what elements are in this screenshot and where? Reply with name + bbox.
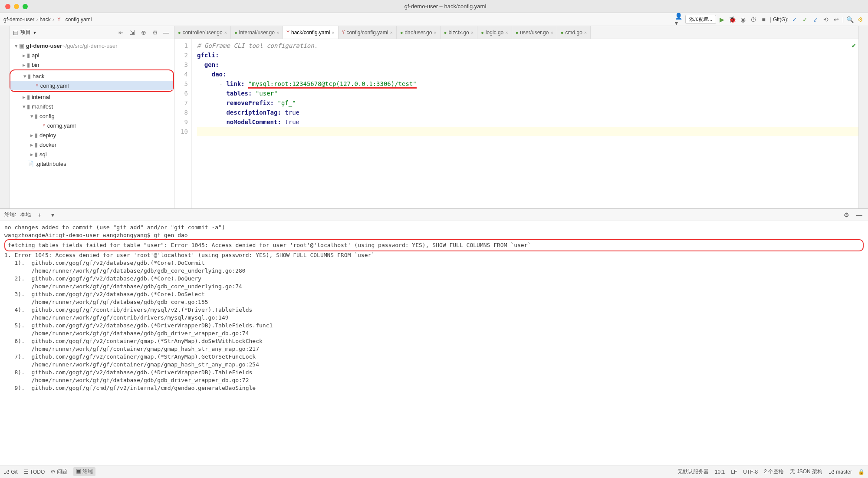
close-tab-icon[interactable]: × <box>390 30 393 35</box>
tab-logic-go[interactable]: ●logic.go× <box>477 26 512 39</box>
line-number: 8 <box>174 108 188 117</box>
sidebar-title[interactable]: 项目 <box>20 29 31 36</box>
close-tab-icon[interactable]: × <box>471 30 473 35</box>
line-number: 9 <box>174 117 188 127</box>
line-number: 4 <box>174 69 188 79</box>
profile-icon[interactable]: ⏱ <box>749 15 758 24</box>
ide-settings-icon[interactable]: ⚙ <box>856 15 865 24</box>
tree-item-api[interactable]: ▸▮api <box>10 50 174 60</box>
close-tab-icon[interactable]: × <box>332 30 334 35</box>
breadcrumb-item[interactable]: gf-demo-user <box>3 16 34 23</box>
git-label: Git(G): <box>773 16 789 23</box>
highlighted-tree-group: ▾▮hackYconfig.yaml <box>10 69 174 92</box>
terminal-line: /home/runner/work/gf/gf/database/gdb/gdb… <box>4 376 864 384</box>
breadcrumb-item[interactable]: hack <box>39 16 50 23</box>
terminal-line: /home/runner/work/gf/gf/contrib/drivers/… <box>4 314 864 322</box>
hide-icon[interactable]: — <box>855 211 864 219</box>
close-tab-icon[interactable]: × <box>434 30 436 35</box>
chevron-down-icon[interactable]: ▾ <box>33 30 36 36</box>
chevron-right-icon: › <box>53 16 54 23</box>
user-icon[interactable]: 👤▾ <box>675 15 684 24</box>
tree-item-docker[interactable]: ▸▮docker <box>10 140 174 149</box>
status-branch[interactable]: ⎇ master <box>829 469 852 475</box>
tree-item-config-yaml[interactable]: Yconfig.yaml <box>10 81 173 90</box>
hide-icon[interactable]: — <box>162 28 171 37</box>
terminal-line: /home/runner/work/gf/gf/database/gdb/gdb… <box>4 298 864 306</box>
status-position[interactable]: 10:1 <box>715 469 725 475</box>
debug-icon[interactable]: 🐞 <box>728 15 737 24</box>
close-tab-icon[interactable]: × <box>224 30 227 35</box>
terminal-line: 6). github.com/gogf/gf/v2/container/gmap… <box>4 337 864 345</box>
terminal-line: 1. Error 1045: Access denied for user 'r… <box>4 251 864 259</box>
maximize-icon[interactable] <box>23 4 28 9</box>
tab-user-user-go[interactable]: ●user/user.go× <box>512 26 557 39</box>
status-terminal[interactable]: ▣ 终端 <box>73 467 95 476</box>
close-tab-icon[interactable]: × <box>505 30 508 35</box>
tree-item-config[interactable]: ▾▮config <box>10 111 174 121</box>
revert-icon[interactable]: ↩ <box>832 15 841 24</box>
close-icon[interactable] <box>5 4 10 9</box>
line-number: 7 <box>174 98 188 108</box>
status-indent[interactable]: 2 个空格 <box>764 468 784 475</box>
history-icon[interactable]: ⟲ <box>822 15 830 24</box>
add-config-button[interactable]: 添加配置... <box>685 15 716 24</box>
run-icon[interactable]: ▶ <box>718 15 727 24</box>
add-terminal-icon[interactable]: + <box>35 211 44 219</box>
toolbar: gf-demo-user › hack › Y config.yaml 👤▾ 添… <box>0 13 868 26</box>
tree-item-bin[interactable]: ▸▮bin <box>10 60 174 69</box>
lock-icon[interactable]: 🔒 <box>858 469 865 475</box>
breadcrumb-item[interactable]: config.yaml <box>66 16 92 23</box>
tree-item--gitattributes[interactable]: 📄.gitattributes <box>10 159 174 168</box>
tree-item-internal[interactable]: ▸▮internal <box>10 92 174 102</box>
sidebar-header: ▤ 项目 ▾ ⇤ ⇲ ⊕ ⚙ — <box>10 26 174 39</box>
status-todo[interactable]: ☰ TODO <box>24 469 45 475</box>
search-icon[interactable]: 🔍 <box>845 15 854 24</box>
terminal-line: 4). github.com/gogf/gf/contrib/drivers/m… <box>4 306 864 314</box>
tree-item-hack[interactable]: ▾▮hack <box>10 71 173 81</box>
stop-icon[interactable]: ■ <box>760 15 768 24</box>
close-tab-icon[interactable]: × <box>584 30 587 35</box>
close-tab-icon[interactable]: × <box>276 30 279 35</box>
status-encoding[interactable]: UTF-8 <box>743 469 758 475</box>
tab-bizctx-go[interactable]: ●bizctx.go× <box>441 26 477 39</box>
terminal-session-tab[interactable]: 本地 <box>20 211 31 218</box>
tree-item-deploy[interactable]: ▸▮deploy <box>10 130 174 140</box>
tab-internal-user-go[interactable]: ●internal/user.go× <box>231 26 283 39</box>
git-update-icon[interactable]: ↙ <box>811 15 820 24</box>
tab-cmd-go[interactable]: ●cmd.go× <box>557 26 591 39</box>
terminal-line: 8). github.com/gogf/gf/v2/database/gdb.(… <box>4 369 864 376</box>
line-number: 5 <box>174 79 188 89</box>
code-comment: # GoFrame CLI tool configuration. <box>197 42 318 49</box>
tab-controller-user-go[interactable]: ●controller/user.go× <box>174 26 231 39</box>
status-server[interactable]: 无默认服务器 <box>677 468 709 475</box>
tab-config-config-yaml[interactable]: Yconfig/config.yaml× <box>339 26 397 39</box>
sidebar-project-icon: ▤ <box>13 30 18 36</box>
tree-root[interactable]: ▾▣gf-demo-user ~/go/src/gf-demo-user <box>10 41 174 50</box>
terminal-output[interactable]: no changes added to commit (use "git add… <box>0 221 868 465</box>
yaml-icon: Y <box>56 16 62 23</box>
close-tab-icon[interactable]: × <box>550 30 553 35</box>
terminal-line: no changes added to commit (use "git add… <box>4 224 864 231</box>
tree-item-manifest[interactable]: ▾▮manifest <box>10 102 174 111</box>
status-schema[interactable]: 无 JSON 架构 <box>790 468 822 475</box>
terminal-panel: 终端: 本地 + ▾ ⚙ — no changes added to commi… <box>0 208 868 465</box>
status-git[interactable]: ⎇ Git <box>3 469 18 475</box>
minimize-icon[interactable] <box>14 4 19 9</box>
editor-tabs: ●controller/user.go×●internal/user.go×Yh… <box>174 26 858 39</box>
tree-item-sql[interactable]: ▸▮sql <box>10 149 174 159</box>
status-issues[interactable]: ⊘ 问题 <box>51 468 67 475</box>
chevron-down-icon[interactable]: ▾ <box>48 211 57 219</box>
status-line-ending[interactable]: LF <box>731 469 737 475</box>
tab-dao-user-go[interactable]: ●dao/user.go× <box>397 26 441 39</box>
breadcrumb: gf-demo-user › hack › Y config.yaml <box>3 16 673 23</box>
git-commit-icon[interactable]: ✓ <box>790 15 799 24</box>
collapse-icon[interactable]: ⇤ <box>117 28 125 37</box>
tree-item-config-yaml[interactable]: Yconfig.yaml <box>10 121 174 130</box>
tab-hack-config-yaml[interactable]: Yhack/config.yaml× <box>283 26 338 39</box>
gear-icon[interactable]: ⚙ <box>151 28 159 37</box>
git-push-icon[interactable]: ✓ <box>801 15 809 24</box>
coverage-icon[interactable]: ◉ <box>739 15 747 24</box>
gear-icon[interactable]: ⚙ <box>842 211 851 219</box>
select-opened-icon[interactable]: ⊕ <box>139 28 148 37</box>
expand-icon[interactable]: ⇲ <box>128 28 137 37</box>
